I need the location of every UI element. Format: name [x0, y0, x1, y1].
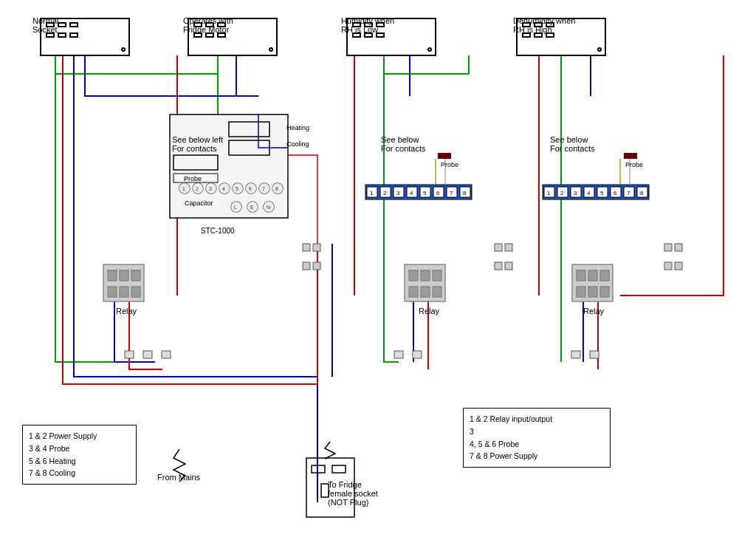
label-probe-mid: Probe	[184, 175, 202, 182]
label-probe-right2: Probe	[625, 161, 643, 168]
legend-right-line2: 3	[470, 425, 604, 438]
label-fridge-motor: Operates withFridge Motor	[183, 16, 233, 34]
label-dehumidify: Dehumidify whenRH is High	[513, 16, 575, 34]
legend-right-line3: 4, 5 & 6 Probe	[470, 438, 604, 451]
label-see-below-mid: See belowFor contacts	[381, 135, 426, 153]
label-stc1000: STC-1000	[201, 227, 235, 235]
legend-right-line1: 1 & 2 Relay input/output	[470, 413, 604, 425]
label-relay3: Relay	[583, 307, 604, 315]
legend-right: 1 & 2 Relay input/output 3 4, 5 & 6 Prob…	[463, 408, 611, 468]
label-heating: Heating	[286, 124, 309, 131]
label-relay2: Relay	[419, 307, 439, 315]
legend-left-line3: 5 & 6 Heating	[29, 455, 130, 468]
label-from-mains: From Mains	[157, 473, 200, 482]
legend-left: 1 & 2 Power Supply 3 & 4 Probe 5 & 6 Hea…	[22, 425, 137, 485]
label-to-fridge: To Fridgefemale socket(NOT Plug)	[328, 480, 378, 507]
legend-right-line4: 7 & 8 Power Supply	[470, 450, 604, 462]
label-see-below-right: See belowFor contacts	[550, 135, 595, 153]
label-normal-socket: NormalSocket	[32, 16, 58, 34]
label-humidify: Humidify whenRH is Low	[341, 16, 394, 34]
legend-left-line4: 7 & 8 Cooling	[29, 467, 130, 479]
label-relay1: Relay	[116, 307, 137, 315]
legend-left-line1: 1 & 2 Power Supply	[29, 430, 130, 442]
legend-left-line2: 3 & 4 Probe	[29, 442, 130, 455]
label-probe-right1: Probe	[441, 161, 458, 168]
label-see-below-left: See below leftFor contacts	[172, 135, 223, 153]
label-capacitor: Capacitor	[185, 199, 213, 207]
label-cooling: Cooling	[286, 140, 309, 148]
